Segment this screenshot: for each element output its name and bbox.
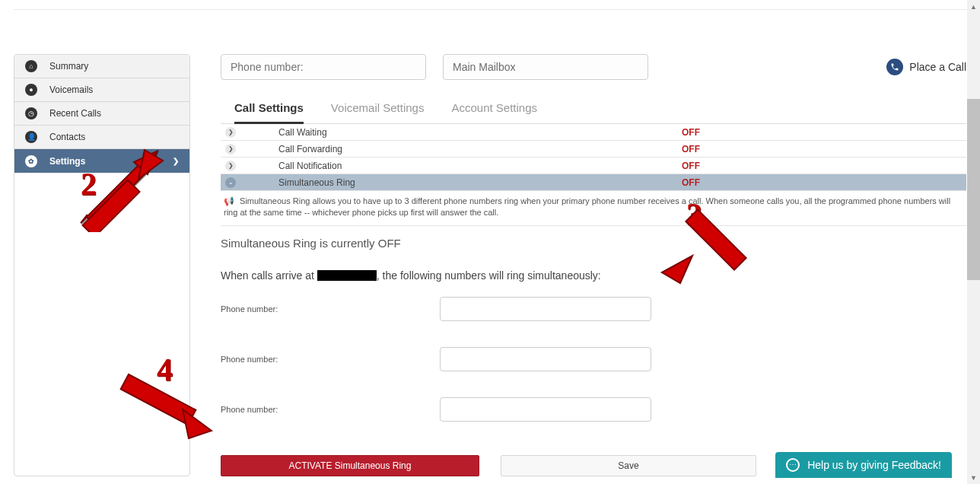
place-a-call-button[interactable]: Place a Call xyxy=(886,59,966,75)
phone-number-input-3[interactable] xyxy=(440,397,651,422)
simultaneous-ring-instruction: When calls arrive at , the following num… xyxy=(221,269,966,282)
phone-number-input[interactable] xyxy=(221,54,426,80)
chat-icon: ⋯ xyxy=(786,458,800,472)
setting-name: Call Waiting xyxy=(278,127,674,138)
gear-icon: ✿ xyxy=(25,155,37,167)
chevron-right-icon: ❯ xyxy=(225,144,236,154)
chevron-right-icon: ❯ xyxy=(173,157,179,165)
setting-row-simultaneous-ring[interactable]: ⌄ Simultaneous Ring OFF xyxy=(221,174,966,191)
speaker-icon: 📢 xyxy=(224,196,234,205)
setting-status: OFF xyxy=(682,144,700,154)
sidebar-item-recent-calls[interactable]: ◷ Recent Calls xyxy=(14,102,189,126)
setting-row-call-notification[interactable]: ❯ Call Notification OFF xyxy=(221,158,966,174)
save-button[interactable]: Save xyxy=(501,455,756,476)
main-content: Place a Call Call Settings Voicemail Set… xyxy=(221,25,966,476)
phone-number-row-2: Phone number: xyxy=(221,347,966,371)
svg-marker-3 xyxy=(138,150,163,179)
svg-rect-2 xyxy=(83,180,140,232)
tab-call-settings[interactable]: Call Settings xyxy=(234,95,304,124)
simultaneous-ring-panel: Simultaneous Ring is currently OFF When … xyxy=(221,226,966,476)
scrollbar-down-arrow[interactable]: ▼ xyxy=(967,471,980,484)
phone-number-row-1: Phone number: xyxy=(221,297,966,321)
settings-tabs: Call Settings Voicemail Settings Account… xyxy=(221,95,966,124)
sidebar-item-contacts[interactable]: 👤 Contacts xyxy=(14,126,189,149)
simultaneous-ring-status: Simultaneous Ring is currently OFF xyxy=(221,237,966,250)
phone-number-label: Phone number: xyxy=(221,355,440,364)
svg-rect-4 xyxy=(686,209,746,269)
sidebar-item-label: Contacts xyxy=(49,132,85,142)
phone-number-input-2[interactable] xyxy=(440,347,651,371)
scrollbar-up-arrow[interactable]: ▲ xyxy=(967,0,980,13)
user-icon: 👤 xyxy=(25,131,37,143)
setting-status: OFF xyxy=(682,127,700,138)
home-icon: ⌂ xyxy=(25,60,37,72)
setting-name: Call Forwarding xyxy=(278,144,674,154)
call-settings-list: ❯ Call Waiting OFF ❯ Call Forwarding OFF… xyxy=(221,124,966,191)
sidebar-item-summary[interactable]: ⌂ Summary xyxy=(14,55,189,78)
feedback-widget[interactable]: ⋯ Help us by giving Feedback! xyxy=(775,452,952,478)
help-text-content: Simultaneous Ring allows you to have up … xyxy=(224,196,950,217)
redacted-primary-number xyxy=(317,270,377,281)
simultaneous-ring-help-text: 📢 Simultaneous Ring allows you to have u… xyxy=(221,191,966,226)
sidebar-item-label: Recent Calls xyxy=(49,108,101,119)
header-row: Place a Call xyxy=(221,54,966,80)
feedback-label: Help us by giving Feedback! xyxy=(807,459,941,471)
annotation-arrow-3 xyxy=(654,204,761,288)
phone-number-label: Phone number: xyxy=(221,304,440,314)
sidebar-item-label: Voicemails xyxy=(49,84,93,95)
setting-status: OFF xyxy=(682,161,700,171)
svg-marker-7 xyxy=(183,409,212,438)
chevron-right-icon: ❯ xyxy=(225,161,236,171)
activate-simultaneous-ring-button[interactable]: ACTIVATE Simultaneous Ring xyxy=(221,455,479,476)
annotation-arrow-2 xyxy=(75,148,166,232)
svg-marker-5 xyxy=(662,256,692,283)
clock-icon: ◷ xyxy=(25,107,37,119)
phone-number-label: Phone number: xyxy=(221,405,440,414)
phone-number-row-3: Phone number: xyxy=(221,397,966,422)
tab-account-settings[interactable]: Account Settings xyxy=(451,95,537,123)
annotation-arrow-4 xyxy=(113,373,219,441)
sidebar-item-label: Summary xyxy=(49,61,88,72)
setting-row-call-waiting[interactable]: ❯ Call Waiting OFF xyxy=(221,124,966,141)
chevron-right-icon: ❯ xyxy=(225,127,236,138)
phone-number-input-1[interactable] xyxy=(440,297,651,321)
tab-voicemail-settings[interactable]: Voicemail Settings xyxy=(331,95,425,123)
voicemail-icon: ● xyxy=(25,84,37,96)
setting-status: OFF xyxy=(682,177,700,188)
sidebar-item-voicemails[interactable]: ● Voicemails xyxy=(14,78,189,102)
scrollbar-thumb[interactable] xyxy=(967,99,980,280)
setting-name: Call Notification xyxy=(278,161,674,171)
instruction-suffix: , the following numbers will ring simult… xyxy=(377,269,601,282)
chevron-down-icon: ⌄ xyxy=(225,177,236,188)
instruction-prefix: When calls arrive at xyxy=(221,269,317,282)
phone-icon xyxy=(886,59,903,75)
setting-row-call-forwarding[interactable]: ❯ Call Forwarding OFF xyxy=(221,141,966,158)
place-a-call-label: Place a Call xyxy=(909,61,966,73)
mailbox-select[interactable] xyxy=(443,54,648,80)
setting-name: Simultaneous Ring xyxy=(278,177,674,188)
